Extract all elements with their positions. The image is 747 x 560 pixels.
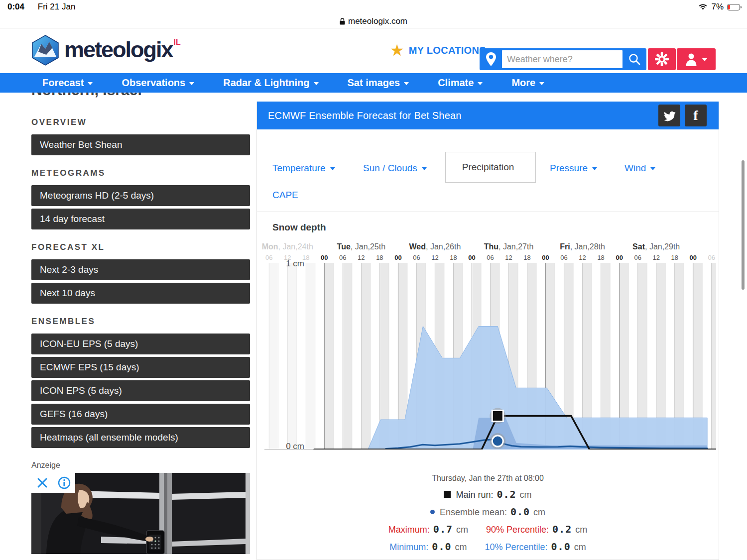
search-submit-button[interactable]	[622, 52, 646, 66]
hour-tick-label: 00	[616, 254, 622, 261]
battery-percent: 7%	[711, 2, 724, 12]
sidebar-item-next-10-days[interactable]: Next 10 days	[31, 283, 250, 304]
sidebar-item-icon-eps-5-days[interactable]: ICON EPS (5 days)	[31, 380, 250, 401]
tab-temperature[interactable]: Temperature	[272, 163, 335, 174]
nav-item-sat-images[interactable]: Sat images	[348, 77, 409, 89]
my-locations-button[interactable]: ★ MY LOCATIONS	[390, 42, 486, 58]
logo-wordmark: meteologix	[64, 35, 173, 65]
chevron-down-icon	[702, 58, 708, 61]
hour-tick-label: 18	[450, 254, 457, 261]
legend-max-p90: Maximum: 0.7 cm 90% Percentile: 0.2 cm	[257, 523, 719, 535]
tab-label: Wind	[624, 163, 646, 174]
day-label-fri: Fri, Jan,28th	[560, 242, 605, 251]
plot-area[interactable]: 1 cm 0 cm	[264, 263, 716, 449]
chevron-down-icon	[88, 82, 93, 85]
chart-title: Snow depth	[272, 222, 326, 233]
tab-wind[interactable]: Wind	[624, 163, 655, 174]
hour-tick-label: 00	[689, 254, 696, 261]
hour-tick-label: 12	[431, 254, 438, 261]
tab-pressure[interactable]: Pressure	[550, 163, 597, 174]
sidebar-item-next-2-3-days[interactable]: Next 2-3 days	[31, 259, 250, 280]
section-title: ENSEMBLES	[31, 317, 250, 327]
ad-close-icon[interactable]	[36, 477, 48, 489]
chevron-down-icon	[650, 167, 655, 170]
account-button[interactable]	[677, 48, 716, 70]
gear-icon	[654, 52, 669, 67]
advertisement[interactable]	[31, 473, 250, 554]
ad-controls	[31, 473, 75, 493]
nav-item-more[interactable]: More	[511, 77, 544, 89]
facebook-share-button[interactable]: f	[685, 105, 707, 126]
hour-tick-label: 12	[358, 254, 365, 261]
chevron-down-icon	[478, 82, 483, 85]
hour-tick-label: 18	[523, 254, 530, 261]
panel-header: ECMWF Ensemble Forecast for Bet Shean f	[256, 102, 719, 129]
sidebar-item-icon-eu-eps-5-days[interactable]: ICON-EU EPS (5 days)	[31, 334, 250, 354]
weather-search-group	[480, 48, 646, 70]
section-title: METEOGRAMS	[31, 168, 250, 178]
nav-item-observations[interactable]: Observations	[122, 77, 194, 89]
twitter-icon	[663, 109, 676, 122]
day-label-wed: Wed, Jan,26th	[409, 242, 461, 251]
ad-label: Anzeige	[31, 461, 250, 470]
chevron-down-icon	[330, 167, 335, 170]
sidebar-item-gefs-16-days[interactable]: GEFS (16 days)	[31, 404, 250, 425]
hour-tick-label: 00	[542, 254, 549, 261]
logo-mountain-icon	[31, 35, 59, 66]
ios-status-bar: 0:04 Fri 21 Jan 7%	[0, 0, 747, 15]
hour-tick-label: 18	[671, 254, 678, 261]
sidebar-section-forecast-xl: FORECAST XLNext 2-3 daysNext 10 days	[31, 242, 250, 304]
ad-info-icon[interactable]	[58, 476, 71, 489]
hour-tick-label: 18	[376, 254, 383, 261]
nav-item-forecast[interactable]: Forecast	[42, 77, 93, 89]
legend-min-p10: Minimum: 0.0 cm 10% Percentile: 0.0 cm	[257, 541, 719, 553]
chart-legend: Thursday, Jan the 27th at 08:00 Main run…	[257, 474, 719, 553]
day-label-sat: Sat, Jan,29th	[632, 242, 680, 251]
forecast-tabs: TemperatureSun / CloudsPrecipitationPres…	[257, 152, 719, 183]
hour-tick-label: 12	[652, 254, 659, 261]
chevron-down-icon	[404, 82, 409, 85]
status-time: 0:04	[7, 2, 24, 11]
search-input[interactable]	[502, 50, 622, 68]
sidebar-item-heatmaps-all-ensemble-models[interactable]: Heatmaps (all ensemble models)	[31, 427, 250, 448]
sidebar-item-weather-bet-shean[interactable]: Weather Bet Shean	[31, 134, 250, 155]
sidebar-item-ecmwf-eps-15-days[interactable]: ECMWF EPS (15 days)	[31, 357, 250, 378]
location-pin-icon	[480, 52, 502, 67]
sidebar-section-meteograms: METEOGRAMSMeteograms HD (2-5 days)14 day…	[31, 168, 250, 229]
section-title: FORECAST XL	[31, 242, 250, 252]
hour-tick-label: 06	[634, 254, 641, 261]
hour-tick-label: 00	[468, 254, 475, 261]
battery-icon	[727, 4, 740, 10]
hour-tick-label: 06	[487, 254, 494, 261]
hour-tick-label: 06	[339, 254, 346, 261]
page-scrollbar[interactable]	[742, 160, 745, 290]
tab-label: Precipitation	[462, 162, 514, 173]
facebook-icon: f	[693, 108, 698, 123]
twitter-share-button[interactable]	[658, 105, 680, 126]
snow-depth-chart: Mon, Jan,24thTue, Jan,25thWed, Jan,26thT…	[264, 242, 719, 461]
nav-item-radar-lightning[interactable]: Radar & Lightning	[223, 77, 318, 89]
y-axis-label-bottom: 0 cm	[266, 442, 304, 451]
chevron-down-icon	[422, 167, 427, 170]
nav-item-label: Sat images	[348, 77, 400, 89]
status-date: Fri 21 Jan	[38, 2, 76, 11]
safari-url-bar[interactable]: meteologix.com	[0, 15, 747, 28]
hour-tick-label: 06	[560, 254, 567, 261]
settings-button[interactable]	[648, 48, 676, 70]
tab-precipitation[interactable]: Precipitation	[445, 152, 536, 183]
day-label-thu: Thu, Jan,27th	[484, 242, 534, 251]
nav-item-climate[interactable]: Climate	[438, 77, 483, 89]
main-run-square-icon	[444, 491, 451, 498]
panel-title: ECMWF Ensemble Forecast for Bet Shean	[268, 110, 462, 121]
hour-tick-label: 06	[413, 254, 420, 261]
x-axis-day-labels: Mon, Jan,24thTue, Jan,25thWed, Jan,26thT…	[264, 242, 716, 251]
legend-ensemble-mean: Ensemble mean: 0.0 cm	[257, 506, 719, 518]
sidebar-item-meteograms-hd-2-5-days[interactable]: Meteograms HD (2-5 days)	[31, 185, 250, 206]
tab-cape[interactable]: CAPE	[272, 190, 298, 201]
status-left: 0:04 Fri 21 Jan	[7, 2, 75, 12]
ensemble-plot-svg	[264, 263, 716, 449]
day-label-mon: Mon, Jan,24th	[262, 242, 313, 251]
meteologix-logo[interactable]: meteologix IL	[31, 35, 181, 66]
tab-sun-clouds[interactable]: Sun / Clouds	[363, 163, 427, 174]
sidebar-item-14-day-forecast[interactable]: 14 day forecast	[31, 209, 250, 229]
